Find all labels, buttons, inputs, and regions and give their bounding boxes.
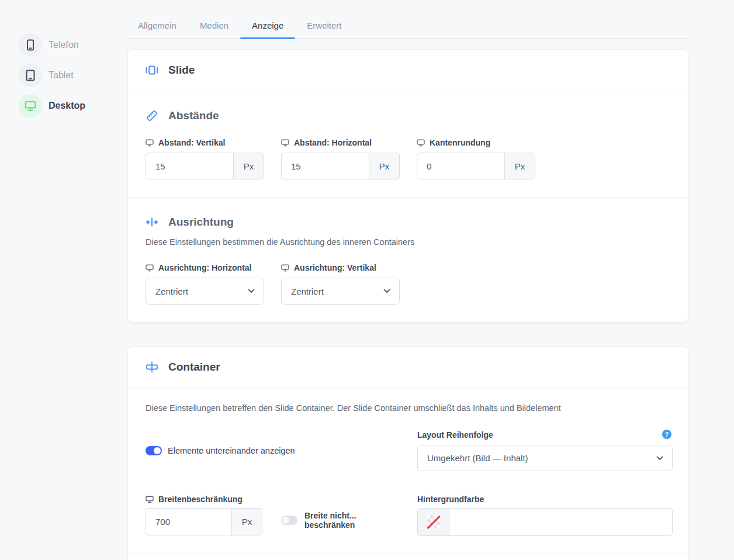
container-card: Container Diese Einstellungen betreffen … (127, 346, 688, 560)
unit-label: Px (233, 153, 264, 179)
toggle-label: Breite nicht... beschränken (304, 511, 356, 530)
monitor-icon (417, 139, 425, 147)
settings-tab-bar: Allgemein Medien Anzeige Erweitert (127, 0, 688, 39)
sidebar-item-tablet[interactable]: Tablet (19, 64, 85, 87)
section-description: Diese Einstellungen bestimmen die Ausric… (146, 237, 670, 247)
container-description: Diese Einstellungen betreffen den Slide … (146, 403, 670, 413)
slide-frames-icon (146, 64, 158, 76)
alignment-horizontal-select[interactable]: Zentriert (146, 278, 264, 305)
desktop-icon (19, 94, 42, 117)
card-title: Slide (168, 64, 195, 77)
slide-card: Slide Abstände (127, 49, 688, 323)
sidebar-item-telefon[interactable]: Telefon (19, 33, 85, 57)
monitor-icon (281, 264, 289, 272)
select-value: Zentriert (291, 286, 324, 296)
tab-anzeige[interactable]: Anzeige (240, 20, 295, 38)
field-label-text: Ausrichtung: Horizontal (158, 263, 251, 272)
field-kantenrundung: Kantenrundung Px (417, 138, 535, 179)
kantenrundung-input[interactable] (417, 153, 504, 179)
stack-elements-row: Elemente untereinander anzeigen (146, 446, 295, 455)
phone-icon (19, 33, 42, 57)
width-limit-input[interactable] (146, 509, 231, 535)
device-sidebar: Telefon Tablet Desktop (19, 33, 85, 125)
field-label-text: Ausrichtung: Vertikal (294, 263, 376, 272)
color-swatch-button[interactable] (418, 509, 449, 535)
select-value: Umgekehrt (Bild — Inhalt) (427, 453, 528, 463)
sidebar-item-desktop[interactable]: Desktop (19, 94, 85, 117)
tab-allgemein[interactable]: Allgemein (127, 20, 188, 38)
chevron-down-icon (383, 289, 390, 293)
alignment-section: Ausrichtung Diese Einstellungen bestimme… (128, 197, 688, 322)
toggle-label: Elemente untereinander anzeigen (168, 446, 295, 455)
sidebar-item-label: Telefon (49, 40, 79, 50)
field-abstand-horizontal: Abstand: Horizontal Px (281, 138, 400, 179)
tab-medien[interactable]: Medien (188, 20, 240, 38)
background-color-label: Hintergrundfarbe (417, 495, 484, 504)
monitor-icon (146, 496, 154, 503)
select-value: Zentriert (155, 286, 188, 296)
field-ausrichtung-vertikal: Ausrichtung: Vertikal Zentriert (281, 263, 400, 305)
no-width-limit-toggle[interactable] (281, 516, 297, 525)
section-title: Ausrichtung (168, 216, 234, 229)
background-color-input[interactable] (449, 509, 672, 535)
layout-order-select[interactable]: Umgekehrt (Bild — Inhalt) (417, 445, 673, 471)
field-label-text: Breitenbeschränkung (158, 495, 243, 504)
layout-order-label: Layout Reihenfolge (417, 430, 493, 440)
container-width-icon (146, 361, 158, 373)
field-label-text: Kantenrundung (430, 138, 490, 147)
unit-label: Px (504, 153, 535, 179)
section-title: Abstände (168, 109, 219, 122)
container-card-header: Container (128, 347, 688, 388)
no-width-limit-row: Breite nicht... beschränken (281, 511, 356, 530)
monitor-icon (146, 139, 154, 147)
tab-erweitert[interactable]: Erweitert (295, 20, 353, 38)
monitor-icon (281, 139, 289, 147)
width-limit-label-row: Breitenbeschränkung (146, 495, 243, 504)
monitor-icon (146, 264, 154, 272)
ruler-icon (146, 109, 158, 122)
stack-elements-toggle[interactable] (146, 446, 162, 455)
sidebar-item-label: Tablet (49, 70, 74, 81)
unit-label: Px (369, 153, 399, 179)
card-title: Container (168, 361, 220, 374)
field-label-text: Abstand: Horizontal (294, 138, 372, 147)
sidebar-item-label: Desktop (49, 101, 85, 111)
align-horizontal-icon (146, 217, 158, 227)
slide-card-header: Slide (128, 50, 688, 91)
abstand-vertikal-input[interactable] (146, 153, 233, 179)
divider (128, 554, 688, 554)
background-color-field (417, 508, 673, 536)
abstand-horizontal-input[interactable] (282, 153, 369, 179)
chevron-down-icon (248, 289, 255, 293)
width-limit-field: Px (146, 508, 262, 535)
spacing-section: Abstände Abstand: Vertikal Px (128, 91, 688, 197)
chevron-down-icon (656, 456, 663, 461)
unit-label: Px (231, 509, 262, 535)
tablet-icon (19, 64, 42, 87)
field-label-text: Abstand: Vertikal (158, 138, 225, 147)
field-ausrichtung-horizontal: Ausrichtung: Horizontal Zentriert (146, 263, 264, 305)
alignment-vertical-select[interactable]: Zentriert (281, 278, 400, 305)
help-icon[interactable]: ? (662, 430, 671, 439)
transparent-color-icon (427, 516, 440, 528)
field-abstand-vertikal: Abstand: Vertikal Px (146, 138, 264, 179)
